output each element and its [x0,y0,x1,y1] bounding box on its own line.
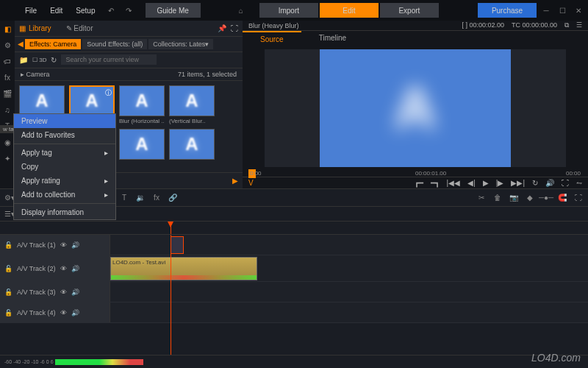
edit-button[interactable]: Edit [320,3,379,18]
effect-thumb[interactable]: A (Vertical Blur.. [169,85,215,124]
shuttle-icon[interactable]: ⥊ [576,179,582,187]
track-header[interactable]: 🔓 A/V Track (4) 👁 🔊 [0,302,110,322]
menu-edit[interactable]: Edit [44,4,68,18]
filter-sound[interactable]: Sound Effects: (all) [82,39,147,49]
tag-tool-icon[interactable]: 🏷 [2,56,12,66]
ctx-display-info[interactable]: Display information [14,205,115,219]
volume-icon[interactable]: 🔊 [545,179,554,187]
timeline-tab[interactable]: Timeline [301,31,364,46]
music-tool-icon[interactable]: ♫ [2,105,12,115]
tl-expand-icon[interactable]: ⛶ [573,193,584,203]
frame-fwd-icon[interactable]: ▶▶| [511,179,525,187]
ctx-favorites[interactable]: Add to Favorites [14,128,115,142]
ctx-copy[interactable]: Copy [14,160,115,174]
mark-out-icon[interactable]: ━┓ [431,179,440,187]
undo-icon[interactable]: ↶ [103,2,119,18]
ducking-icon[interactable]: 🔉 [135,193,146,203]
pin-icon[interactable]: 📌 [218,24,226,32]
title-icon[interactable]: T [119,193,129,203]
lock-icon[interactable]: 🔓 [4,265,12,272]
menu-setup[interactable]: Setup [70,4,101,18]
clip-small[interactable] [171,236,184,254]
trash-icon[interactable]: 🗑 [492,193,503,203]
export-button[interactable]: Export [380,3,439,18]
eye-icon[interactable]: 👁 [60,241,67,249]
settings-icon[interactable]: ☰ [576,21,582,29]
effect-thumb[interactable]: A [169,129,215,168]
back-icon[interactable]: ◀ [18,40,24,48]
fx-tool-icon[interactable]: fx [2,72,12,82]
import-button[interactable]: Import [259,3,318,18]
wand-tool-icon[interactable]: ✦ [2,153,12,163]
timeline-ruler[interactable] [0,222,588,235]
mark-in-icon[interactable]: ┏━ [415,179,423,187]
filter-effects[interactable]: Effects: Camera [25,39,81,49]
media-tool-icon[interactable]: ◧ [2,24,12,34]
track-header[interactable]: 🔓 A/V Track (1) 👁 🔊 [0,235,110,255]
v-label: V [248,179,254,187]
tl-fx-icon[interactable]: fx [151,193,162,203]
frame-back-icon[interactable]: |◀◀ [447,179,461,187]
clap-tool-icon[interactable]: 🎬 [2,88,12,99]
lock-icon[interactable]: 🔓 [4,309,12,316]
play-icon[interactable]: ▶ [483,179,489,187]
current-timecode: TC 00:00:00.00 [512,21,557,29]
effect-thumb[interactable]: A Blur (Horizontal .. [119,85,165,124]
watermark: LO4D.com [531,352,581,364]
disc-tool-icon[interactable]: ◉ [2,137,12,147]
zoomslider-icon[interactable]: ─●─ [541,193,551,203]
3d-toggle[interactable]: ☐ 3D [32,57,46,63]
eye-icon[interactable]: 👁 [60,265,67,272]
info-icon[interactable]: ⓘ [105,88,112,98]
video-clip[interactable]: LO4D.com - Test.avi [110,257,257,280]
speaker-icon[interactable]: 🔊 [71,309,79,316]
preview-canvas: A [265,49,566,167]
marker-icon[interactable]: ◆ [525,193,535,203]
menu-file[interactable]: File [19,4,43,18]
eye-icon[interactable]: 👁 [60,309,67,316]
speaker-icon[interactable]: 🔊 [71,289,79,296]
home-icon[interactable]: ⌂ [233,2,249,18]
playhead-line[interactable] [171,235,171,355]
link-icon[interactable]: 🔗 [168,193,178,203]
playhead-icon[interactable] [171,222,171,234]
minimize-icon[interactable]: ─ [539,5,553,15]
source-tab[interactable]: Source [243,31,301,46]
speaker-icon[interactable]: 🔊 [71,265,79,272]
guide-me-button[interactable]: Guide Me [146,3,201,18]
expand-icon[interactable]: ⛶ [231,24,238,32]
preview-ruler[interactable]: 0:00 00:00:01.00 00:00 [243,170,588,177]
preview-title: Blur (Heavy Blur) [248,22,299,29]
search-input[interactable] [61,54,157,65]
razor-icon[interactable]: ✂ [476,193,487,203]
fullscreen-icon[interactable]: ⛶ [562,179,569,187]
track-header[interactable]: 🔓 A/V Track (3) 👁 🔊 [0,282,110,302]
effect-thumb[interactable]: A [119,129,165,168]
ctx-apply-tag[interactable]: Apply tag▸ [14,146,115,160]
refresh-icon[interactable]: ↻ [51,56,57,64]
step-fwd-icon[interactable]: |▶ [496,179,504,187]
filter-collections[interactable]: Collections: Lates▾ [148,39,213,49]
purchase-button[interactable]: Purchase [478,3,537,18]
eye-icon[interactable]: 👁 [60,289,67,296]
track-header[interactable]: 🔓 A/V Track (2) 👁 🔊 [0,255,110,281]
snapshot-icon[interactable]: 📷 [509,193,519,203]
play-smartmovie-icon[interactable]: ▶ [232,177,238,185]
redo-icon[interactable]: ↷ [121,2,137,18]
maximize-icon[interactable]: ☐ [556,5,569,15]
magnet-icon[interactable]: 🧲 [557,193,567,203]
lock-icon[interactable]: 🔓 [4,241,12,249]
step-back-icon[interactable]: ◀| [467,179,476,187]
speaker-icon[interactable]: 🔊 [71,241,79,249]
editor-tab[interactable]: ✎ Editor [66,24,93,32]
close-icon[interactable]: ✕ [572,5,585,15]
undock-icon[interactable]: ⧉ [564,21,569,29]
library-tab[interactable]: ▦ Library [19,24,51,32]
loop-icon[interactable]: ↻ [532,179,538,187]
ctx-add-collection[interactable]: Add to collection▸ [14,188,115,202]
ctx-apply-rating[interactable]: Apply rating▸ [14,174,115,188]
lock-icon[interactable]: 🔓 [4,289,12,296]
gear-tool-icon[interactable]: ⚙ [2,40,12,50]
folder-icon[interactable]: 📁 [19,56,28,64]
ctx-preview[interactable]: Preview [14,114,115,128]
